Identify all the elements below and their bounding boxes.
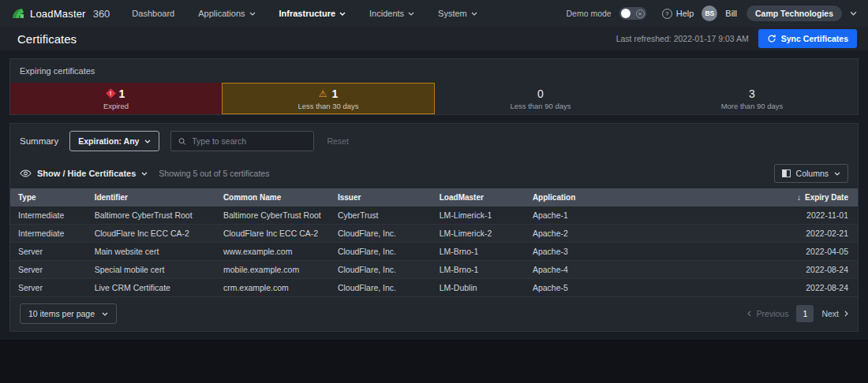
cell-type: Intermediate (10, 206, 87, 225)
cell-issuer: CyberTrust (330, 206, 432, 225)
demo-mode-label: Demo mode (567, 9, 612, 18)
card-count: 1 (331, 87, 338, 100)
nav-item-infrastructure[interactable]: Infrastructure (279, 9, 346, 18)
column-header-label: Expiry Date (805, 193, 848, 202)
cell-loadmaster: LM-Dublin (432, 279, 525, 297)
card-label: Less than 30 days (297, 102, 358, 110)
table-row[interactable]: Intermediate CloudFlare Inc ECC CA-2 Clo… (10, 225, 858, 243)
next-label: Next (821, 309, 839, 318)
search-icon (178, 137, 186, 146)
help-label: Help (676, 9, 694, 18)
card-count: 0 (537, 87, 544, 100)
card-label: More than 90 days (721, 102, 784, 110)
nav-item-incidents[interactable]: Incidents (369, 9, 414, 18)
cell-expiry-date: 2022-11-01 (673, 206, 858, 225)
column-header-expiry-date[interactable]: ↓Expiry Date (673, 188, 858, 206)
table-row[interactable]: Server Special mobile cert mobile.exampl… (10, 261, 858, 279)
showing-count-text: Showing 5 out of 5 certificates (159, 169, 269, 178)
table-row[interactable]: Intermediate Baltimore CyberTrust Root B… (10, 206, 858, 225)
next-page-button[interactable]: Next (821, 309, 848, 318)
summary-panel: Summary Expiration: Any Reset Show (9, 123, 859, 332)
demo-mode-toggle[interactable]: ✕ (619, 7, 646, 20)
sync-button-label: Sync Certificates (781, 34, 848, 43)
certificates-table: Type Identifier Common Name Issuer LoadM… (10, 188, 858, 297)
filters-row: Summary Expiration: Any Reset (10, 124, 858, 158)
toggle-knob (621, 9, 630, 18)
table-row[interactable]: Server Live CRM Certificate crm.example.… (10, 279, 858, 297)
show-hide-label: Show / Hide Certificates (37, 169, 136, 178)
nav-item-label: System (438, 9, 467, 18)
brand-name: LoadMaster (30, 8, 86, 20)
nav-item-label: Dashboard (132, 9, 174, 18)
sync-icon (767, 34, 776, 43)
columns-button[interactable]: Columns (774, 164, 848, 183)
nav-item-label: Infrastructure (279, 9, 336, 18)
cell-type: Server (10, 261, 87, 279)
nav-item-applications[interactable]: Applications (198, 9, 255, 18)
cell-identifier: Special mobile cert (87, 261, 215, 279)
nav-item-dashboard[interactable]: Dashboard (132, 9, 174, 18)
previous-page-button[interactable]: Previous (747, 309, 789, 318)
cell-application: Apache-2 (525, 225, 673, 243)
cell-loadmaster: LM-Limerick-2 (432, 225, 525, 243)
card-count: 1 (119, 87, 125, 100)
avatar[interactable]: BS (702, 6, 717, 21)
cell-identifier: CloudFlare Inc ECC CA-2 (87, 225, 215, 243)
column-header-issuer[interactable]: Issuer (330, 188, 432, 206)
nav-item-system[interactable]: System (438, 9, 477, 18)
cell-expiry-date: 2022-04-05 (673, 243, 858, 261)
summary-label: Summary (20, 136, 58, 146)
org-badge[interactable]: Camp Technologies (746, 6, 842, 21)
column-header-application[interactable]: Application (525, 188, 673, 206)
cell-loadmaster: LM-Limerick-1 (432, 206, 525, 225)
reset-button[interactable]: Reset (327, 136, 348, 146)
table-row[interactable]: Server Main website cert www.example.com… (10, 243, 858, 261)
search-input[interactable] (192, 136, 306, 146)
current-page-button[interactable]: 1 (796, 305, 814, 322)
chevron-down-icon (471, 12, 477, 16)
column-header-identifier[interactable]: Identifier (87, 188, 215, 206)
column-header-type[interactable]: Type (10, 188, 87, 206)
expiring-cards: ! 1 Expired ⚠ 1 Less than 30 days 0 Less… (10, 83, 858, 114)
cell-loadmaster: LM-Brno-1 (432, 261, 525, 279)
cell-type: Intermediate (10, 225, 87, 243)
user-name: Bill (725, 9, 737, 18)
cell-identifier: Live CRM Certificate (87, 279, 215, 297)
column-header-loadmaster[interactable]: LoadMaster (432, 188, 525, 206)
expiring-certificates-panel: Expiring certificates ! 1 Expired ⚠ 1 Le… (9, 58, 859, 115)
cell-common-name: www.example.com (215, 243, 330, 261)
cell-common-name: CloudFlare Inc ECC CA-2 (215, 225, 330, 243)
brand-suffix: 360 (93, 8, 110, 20)
card-less-than-30-days[interactable]: ⚠ 1 Less than 30 days (222, 83, 435, 114)
chevron-left-icon (747, 310, 751, 317)
chevron-down-icon (102, 312, 108, 316)
show-hide-certificates-button[interactable]: Show / Hide Certificates (20, 169, 148, 178)
cell-application: Apache-1 (525, 206, 673, 225)
expiration-filter-button[interactable]: Expiration: Any (69, 131, 159, 151)
cell-issuer: CloudFlare, Inc. (330, 243, 432, 261)
brand[interactable]: LoadMaster 360 (11, 7, 110, 20)
error-diamond-icon: ! (106, 88, 116, 99)
column-header-common-name[interactable]: Common Name (215, 188, 330, 206)
help-button[interactable]: ? Help (662, 9, 694, 19)
chevron-down-icon (144, 139, 151, 143)
cell-application: Apache-4 (525, 261, 673, 279)
table-toolbar: Show / Hide Certificates Showing 5 out o… (10, 158, 858, 188)
cell-expiry-date: 2022-08-24 (673, 261, 858, 279)
cell-type: Server (10, 243, 87, 261)
cell-common-name: crm.example.com (215, 279, 330, 297)
chevron-down-icon (339, 12, 346, 16)
card-expired[interactable]: ! 1 Expired (10, 83, 222, 114)
chevron-down-icon (141, 172, 148, 176)
card-less-than-90-days[interactable]: 0 Less than 90 days (435, 83, 646, 114)
cell-issuer: CloudFlare, Inc. (330, 261, 432, 279)
table-header-row: Type Identifier Common Name Issuer LoadM… (10, 188, 858, 206)
chevron-down-icon[interactable] (850, 11, 857, 16)
expiration-filter-label: Expiration: Any (78, 136, 139, 146)
card-label: Less than 90 days (510, 102, 571, 110)
sync-certificates-button[interactable]: Sync Certificates (758, 29, 857, 48)
columns-label: Columns (796, 169, 829, 178)
items-per-page-select[interactable]: 10 items per page (20, 303, 117, 324)
app-root: LoadMaster 360 Dashboard Applications In… (0, 0, 868, 340)
card-more-than-90-days[interactable]: 3 More than 90 days (646, 83, 858, 114)
